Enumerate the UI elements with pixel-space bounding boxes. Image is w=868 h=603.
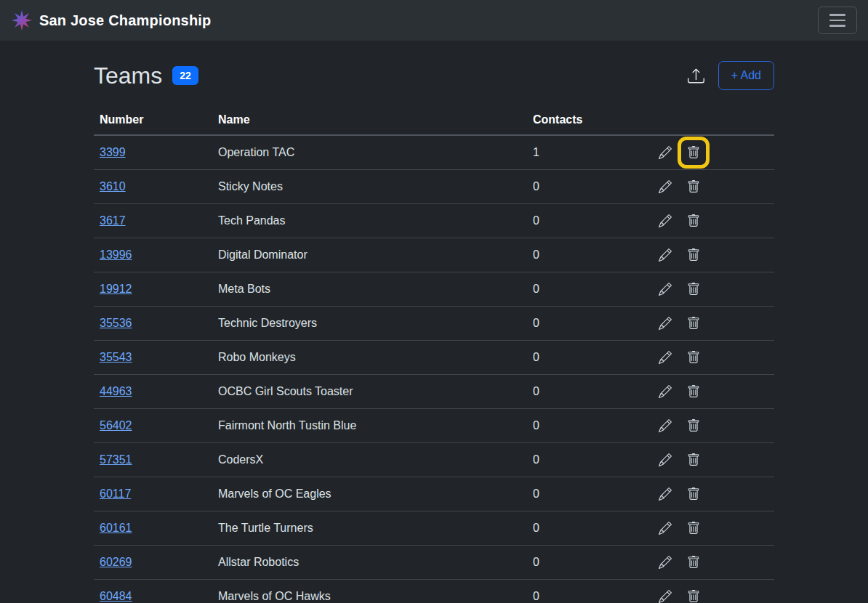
team-contacts-count: 1 [527,135,640,170]
upload-button[interactable] [686,65,707,86]
team-name: Marvels of OC Eagles [212,477,527,511]
team-number-link[interactable]: 35543 [100,351,132,363]
team-contacts-count: 0 [527,272,640,307]
delete-button[interactable] [686,350,701,365]
edit-button[interactable] [658,384,672,399]
team-name: Digital Dominator [212,238,527,272]
team-number-link[interactable]: 19912 [100,283,132,295]
teams-page: Teams 22 + Add Number Name Contac [94,61,774,603]
team-contacts-count: 0 [527,375,640,409]
column-header-actions [640,108,774,135]
delete-button[interactable] [686,589,701,603]
menu-button[interactable] [818,7,857,34]
delete-button[interactable] [686,145,701,160]
pencil-icon [659,590,672,603]
edit-button[interactable] [658,248,672,262]
edit-button[interactable] [658,453,672,467]
delete-button[interactable] [686,248,701,262]
team-name: Sticky Notes [212,170,527,204]
upload-icon [688,68,704,84]
table-row: 44963 OCBC Girl Scouts Toaster 0 [94,375,774,409]
team-name: Meta Bots [212,272,527,307]
team-number-link[interactable]: 3617 [100,214,126,227]
delete-button[interactable] [686,316,701,331]
edit-button[interactable] [658,316,672,331]
team-name: Allstar Robotics [212,546,527,580]
trash-icon [687,385,700,398]
teams-table: Number Name Contacts 3399 Operation TAC … [94,108,774,603]
table-row: 3399 Operation TAC 1 [94,135,774,170]
delete-button[interactable] [686,453,701,467]
team-name: Fairmont North Tustin Blue [212,409,527,443]
team-number-link[interactable]: 57351 [100,453,132,466]
trash-icon [687,214,700,227]
edit-button[interactable] [658,555,672,570]
delete-button[interactable] [686,521,701,535]
trash-icon [687,283,700,296]
brand[interactable]: San Jose Championship [11,9,211,31]
team-name: Robo Monkeys [212,341,527,375]
delete-button[interactable] [686,179,701,194]
edit-button[interactable] [658,487,672,501]
edit-button[interactable] [658,282,672,296]
edit-button[interactable] [658,521,672,535]
pencil-icon [659,556,672,569]
team-number-link[interactable]: 35536 [100,317,132,329]
team-count-badge: 22 [172,66,198,85]
delete-button[interactable] [686,282,701,296]
table-row: 35543 Robo Monkeys 0 [94,341,774,375]
team-number-link[interactable]: 44963 [100,385,132,397]
pencil-icon [659,351,672,364]
trash-icon [687,317,700,330]
team-contacts-count: 0 [527,443,640,477]
team-number-link[interactable]: 3399 [100,146,126,158]
trash-icon [687,487,700,501]
pencil-icon [659,453,672,466]
team-name: CodersX [212,443,527,477]
team-number-link[interactable]: 56402 [100,419,132,432]
edit-button[interactable] [658,418,672,433]
team-number-link[interactable]: 60484 [100,590,132,602]
team-contacts-count: 0 [527,170,640,204]
team-name: The Turtle Turners [212,511,527,546]
team-number-link[interactable]: 3610 [100,180,126,193]
edit-button[interactable] [658,214,672,228]
table-row: 19912 Meta Bots 0 [94,272,774,307]
app-title[interactable]: San Jose Championship [39,12,211,29]
pencil-icon [659,214,672,227]
table-row: 60484 Marvels of OC Hawks 0 [94,580,774,603]
pencil-icon [659,317,672,330]
table-header-row: Number Name Contacts [94,108,774,135]
team-number-link[interactable]: 60269 [100,556,132,568]
edit-button[interactable] [658,179,672,194]
team-number-link[interactable]: 13996 [100,248,132,261]
delete-button[interactable] [686,214,701,228]
trash-icon [687,556,700,569]
delete-button[interactable] [686,555,701,570]
team-name: Technic Destroyers [212,307,527,341]
table-row: 60269 Allstar Robotics 0 [94,546,774,580]
edit-button[interactable] [658,145,672,160]
pencil-icon [659,385,672,398]
team-contacts-count: 0 [527,580,640,603]
table-row: 57351 CodersX 0 [94,443,774,477]
team-contacts-count: 0 [527,307,640,341]
team-number-link[interactable]: 60161 [100,522,132,534]
pencil-icon [659,180,672,193]
table-row: 56402 Fairmont North Tustin Blue 0 [94,409,774,443]
column-header-name: Name [212,108,527,135]
team-contacts-count: 0 [527,477,640,511]
hamburger-icon [829,14,845,27]
delete-button[interactable] [686,487,701,501]
add-button[interactable]: + Add [718,61,774,89]
edit-button[interactable] [658,350,672,365]
edit-button[interactable] [658,589,672,603]
delete-button[interactable] [686,418,701,433]
table-row: 3610 Sticky Notes 0 [94,170,774,204]
team-name: Tech Pandas [212,204,527,238]
page-title: Teams [94,64,162,87]
team-number-link[interactable]: 60117 [100,487,131,500]
table-row: 13996 Digital Dominator 0 [94,238,774,272]
delete-button[interactable] [686,384,701,399]
pencil-icon [659,487,672,501]
